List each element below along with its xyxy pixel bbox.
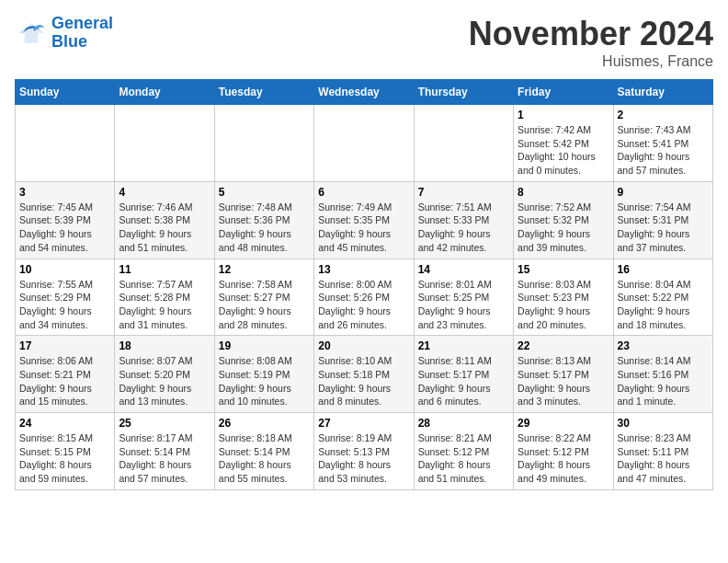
day-info: Sunrise: 7:52 AM Sunset: 5:32 PM Dayligh… (518, 201, 609, 255)
day-number: 26 (219, 417, 310, 430)
day-info: Sunrise: 8:07 AM Sunset: 5:20 PM Dayligh… (119, 354, 210, 408)
calendar-cell: 8Sunrise: 7:52 AM Sunset: 5:32 PM Daylig… (514, 181, 613, 259)
day-number: 9 (618, 186, 709, 199)
day-number: 2 (618, 109, 709, 121)
calendar-cell (115, 105, 214, 182)
calendar-cell: 17Sunrise: 8:06 AM Sunset: 5:21 PM Dayli… (16, 336, 115, 413)
day-info: Sunrise: 7:45 AM Sunset: 5:39 PM Dayligh… (19, 201, 110, 255)
calendar-cell (314, 105, 414, 182)
logo-general: General (51, 14, 113, 32)
day-number: 21 (418, 339, 509, 352)
calendar-cell: 22Sunrise: 8:13 AM Sunset: 5:17 PM Dayli… (514, 336, 613, 413)
day-number: 19 (219, 339, 310, 352)
day-number: 1 (518, 109, 609, 121)
calendar-cell: 6Sunrise: 7:49 AM Sunset: 5:35 PM Daylig… (314, 181, 414, 259)
calendar-cell: 18Sunrise: 8:07 AM Sunset: 5:20 PM Dayli… (115, 336, 214, 413)
calendar-header-monday: Monday (115, 80, 214, 105)
calendar-header-row: SundayMondayTuesdayWednesdayThursdayFrid… (16, 80, 713, 105)
calendar-cell: 16Sunrise: 8:04 AM Sunset: 5:22 PM Dayli… (613, 259, 712, 336)
day-info: Sunrise: 7:49 AM Sunset: 5:35 PM Dayligh… (318, 201, 409, 255)
logo-icon (15, 17, 48, 50)
day-number: 11 (119, 263, 210, 276)
day-info: Sunrise: 8:15 AM Sunset: 5:15 PM Dayligh… (19, 431, 110, 486)
page-header: General Blue November 2024 Huismes, Fran… (15, 15, 713, 70)
calendar-cell: 12Sunrise: 7:58 AM Sunset: 5:27 PM Dayli… (214, 259, 313, 336)
day-number: 27 (318, 417, 409, 430)
title-block: November 2024 Huismes, France (469, 15, 713, 70)
month-title: November 2024 (469, 15, 713, 53)
day-info: Sunrise: 7:48 AM Sunset: 5:36 PM Dayligh… (219, 201, 310, 255)
logo-blue: Blue (51, 32, 87, 51)
day-number: 25 (119, 417, 210, 430)
day-info: Sunrise: 7:58 AM Sunset: 5:27 PM Dayligh… (219, 278, 310, 332)
day-number: 29 (518, 417, 609, 430)
day-number: 13 (318, 263, 409, 276)
calendar-cell: 28Sunrise: 8:21 AM Sunset: 5:12 PM Dayli… (414, 413, 513, 490)
day-info: Sunrise: 8:08 AM Sunset: 5:19 PM Dayligh… (219, 354, 310, 408)
day-number: 3 (19, 186, 110, 199)
day-number: 14 (418, 263, 509, 276)
calendar-week-row: 1Sunrise: 7:42 AM Sunset: 5:42 PM Daylig… (16, 105, 713, 182)
calendar-header-tuesday: Tuesday (214, 80, 313, 105)
day-number: 23 (618, 339, 709, 352)
calendar-cell: 2Sunrise: 7:43 AM Sunset: 5:41 PM Daylig… (613, 105, 712, 182)
logo: General Blue (15, 15, 113, 52)
calendar-week-row: 3Sunrise: 7:45 AM Sunset: 5:39 PM Daylig… (16, 181, 713, 259)
calendar-cell: 4Sunrise: 7:46 AM Sunset: 5:38 PM Daylig… (115, 181, 214, 259)
day-info: Sunrise: 7:57 AM Sunset: 5:28 PM Dayligh… (119, 278, 210, 332)
calendar-cell: 26Sunrise: 8:18 AM Sunset: 5:14 PM Dayli… (214, 413, 313, 490)
day-info: Sunrise: 7:46 AM Sunset: 5:38 PM Dayligh… (119, 201, 210, 255)
day-number: 6 (318, 186, 409, 199)
calendar-week-row: 10Sunrise: 7:55 AM Sunset: 5:29 PM Dayli… (16, 259, 713, 336)
calendar-cell (214, 105, 313, 182)
calendar-cell: 19Sunrise: 8:08 AM Sunset: 5:19 PM Dayli… (214, 336, 313, 413)
day-info: Sunrise: 7:54 AM Sunset: 5:31 PM Dayligh… (618, 201, 709, 255)
day-number: 20 (318, 339, 409, 352)
calendar-cell: 14Sunrise: 8:01 AM Sunset: 5:25 PM Dayli… (414, 259, 513, 336)
calendar-cell: 21Sunrise: 8:11 AM Sunset: 5:17 PM Dayli… (414, 336, 513, 413)
calendar-cell: 1Sunrise: 7:42 AM Sunset: 5:42 PM Daylig… (514, 105, 613, 182)
day-info: Sunrise: 8:03 AM Sunset: 5:23 PM Dayligh… (518, 278, 609, 332)
day-number: 15 (518, 263, 609, 276)
day-info: Sunrise: 8:21 AM Sunset: 5:12 PM Dayligh… (418, 431, 509, 486)
calendar-cell: 29Sunrise: 8:22 AM Sunset: 5:12 PM Dayli… (514, 413, 613, 490)
calendar-cell: 11Sunrise: 7:57 AM Sunset: 5:28 PM Dayli… (115, 259, 214, 336)
day-info: Sunrise: 7:43 AM Sunset: 5:41 PM Dayligh… (618, 123, 709, 178)
day-number: 16 (618, 263, 709, 276)
day-info: Sunrise: 8:01 AM Sunset: 5:25 PM Dayligh… (418, 278, 509, 332)
calendar-cell: 5Sunrise: 7:48 AM Sunset: 5:36 PM Daylig… (214, 181, 313, 259)
day-info: Sunrise: 7:51 AM Sunset: 5:33 PM Dayligh… (418, 201, 509, 255)
calendar-header-sunday: Sunday (16, 80, 115, 105)
calendar-cell (414, 105, 513, 182)
calendar-week-row: 24Sunrise: 8:15 AM Sunset: 5:15 PM Dayli… (16, 413, 713, 490)
day-info: Sunrise: 8:18 AM Sunset: 5:14 PM Dayligh… (219, 431, 310, 486)
day-info: Sunrise: 7:55 AM Sunset: 5:29 PM Dayligh… (19, 278, 110, 332)
day-number: 30 (618, 417, 709, 430)
calendar-cell (16, 105, 115, 182)
day-number: 28 (418, 417, 509, 430)
day-number: 8 (518, 186, 609, 199)
calendar-cell: 25Sunrise: 8:17 AM Sunset: 5:14 PM Dayli… (115, 413, 214, 490)
calendar-header-friday: Friday (514, 80, 613, 105)
day-number: 10 (19, 263, 110, 276)
calendar-header-wednesday: Wednesday (314, 80, 414, 105)
day-info: Sunrise: 8:06 AM Sunset: 5:21 PM Dayligh… (19, 354, 110, 408)
location: Huismes, France (469, 53, 713, 70)
day-number: 18 (119, 339, 210, 352)
calendar-week-row: 17Sunrise: 8:06 AM Sunset: 5:21 PM Dayli… (16, 336, 713, 413)
day-number: 22 (518, 339, 609, 352)
calendar-cell: 15Sunrise: 8:03 AM Sunset: 5:23 PM Dayli… (514, 259, 613, 336)
calendar-cell: 7Sunrise: 7:51 AM Sunset: 5:33 PM Daylig… (414, 181, 513, 259)
calendar-cell: 27Sunrise: 8:19 AM Sunset: 5:13 PM Dayli… (314, 413, 414, 490)
day-number: 12 (219, 263, 310, 276)
calendar-table: SundayMondayTuesdayWednesdayThursdayFrid… (15, 79, 713, 490)
calendar-cell: 13Sunrise: 8:00 AM Sunset: 5:26 PM Dayli… (314, 259, 414, 336)
calendar-cell: 9Sunrise: 7:54 AM Sunset: 5:31 PM Daylig… (613, 181, 712, 259)
day-number: 17 (19, 339, 110, 352)
calendar-cell: 23Sunrise: 8:14 AM Sunset: 5:16 PM Dayli… (613, 336, 712, 413)
calendar-header-thursday: Thursday (414, 80, 513, 105)
day-info: Sunrise: 8:04 AM Sunset: 5:22 PM Dayligh… (618, 278, 709, 332)
day-info: Sunrise: 8:00 AM Sunset: 5:26 PM Dayligh… (318, 278, 409, 332)
day-info: Sunrise: 8:14 AM Sunset: 5:16 PM Dayligh… (618, 354, 709, 408)
day-number: 24 (19, 417, 110, 430)
